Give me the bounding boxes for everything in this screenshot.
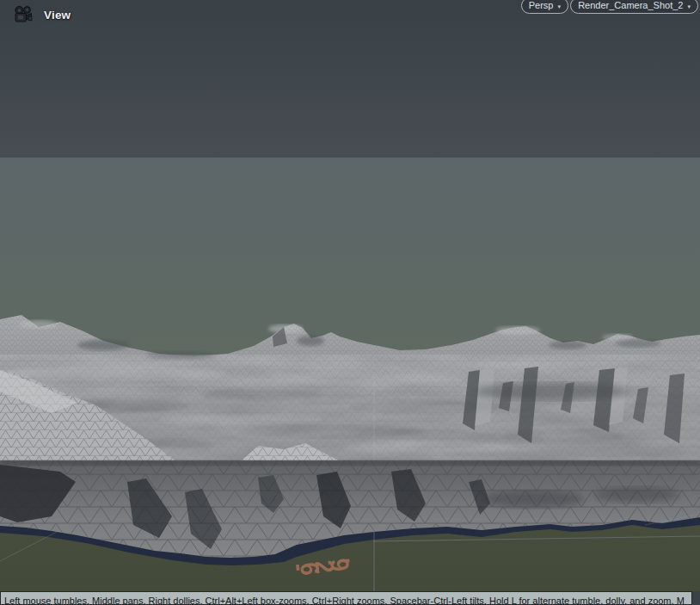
terrain-plains-detail xyxy=(0,355,700,461)
projection-dropdown[interactable]: Persp ▾ xyxy=(521,0,568,14)
viewport-canvas[interactable]: -629. xyxy=(0,0,700,592)
chevron-down-icon: ▾ xyxy=(557,2,561,11)
sky xyxy=(0,0,700,370)
camera-dropdown[interactable]: Render_Camera_Shot_2 ▾ xyxy=(570,0,698,14)
current-tool-indicator: View xyxy=(11,5,71,24)
view-camera-icon xyxy=(11,5,35,24)
viewport-toolbar: View Persp ▾ Render_Camera_Shot_2 ▾ xyxy=(0,0,700,26)
status-bar: Left mouse tumbles. Middle pans. Right d… xyxy=(0,591,692,605)
houdini-viewport-window: -629. View Persp ▾ xyxy=(0,0,700,605)
projection-dropdown-label: Persp xyxy=(529,0,554,11)
current-tool-label: View xyxy=(44,9,71,22)
status-bar-row: Left mouse tumbles. Middle pans. Right d… xyxy=(0,591,700,605)
chevron-down-icon: ▾ xyxy=(687,2,691,11)
status-help-text: Left mouse tumbles. Middle pans. Right d… xyxy=(1,595,685,605)
camera-dropdown-label: Render_Camera_Shot_2 xyxy=(578,0,683,11)
